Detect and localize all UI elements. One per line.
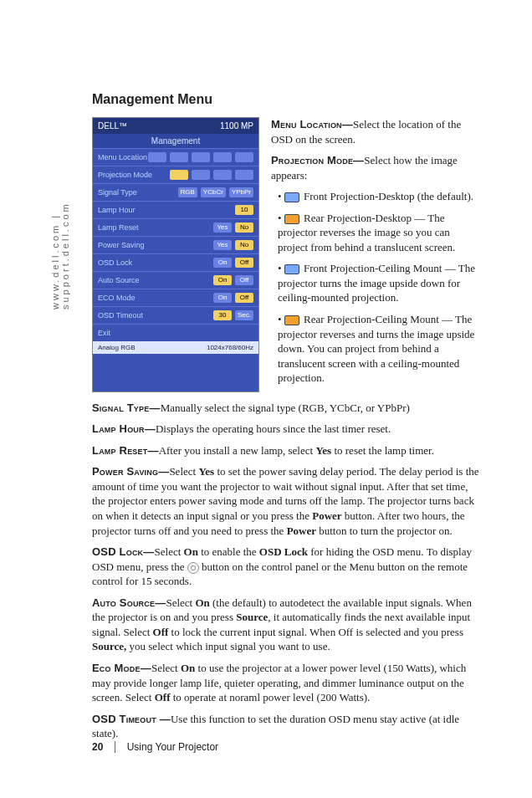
page-footer: 20 Using Your Projector [92,741,218,753]
term-power-saving: Power Saving— [92,465,169,478]
page-number: 20 [92,741,115,753]
text: Select [166,596,195,609]
osd-row-label: Menu Location [98,153,147,161]
footer-text: Using Your Projector [127,741,218,753]
osd-chip [148,152,166,162]
osd-row-label: Exit [98,329,110,337]
bold-off: Off [153,626,169,638]
bold-on: On [181,662,195,674]
term-lamp-hour: Lamp Hour— [92,422,156,435]
osd-row: OSD LockOnOff [93,253,258,271]
term-menu-location: Menu Location— [271,118,353,130]
osd-chip: Off [235,293,253,303]
osd-row: Power SavingYesNo [93,236,258,253]
osd-row-label: Auto Source [98,276,140,284]
osd-row-label: Lamp Reset [98,223,139,232]
osd-chip: 30 [213,310,232,320]
osd-row-values: OnOff [213,293,253,303]
proj-front-ceiling-icon [284,264,299,274]
osd-chip: RGB [178,187,197,197]
term-lamp-reset: Lamp Reset— [92,444,159,457]
osd-chip: 10 [235,205,253,215]
osd-row-values: RGBYCbCrYPbPr [178,187,253,197]
bold-source: Source [236,611,268,623]
text: Rear Projection-Ceiling Mount — The proj… [278,313,474,384]
text: button to turn the projector on. [316,524,453,537]
section-heading: Management Menu [92,92,482,107]
text: Displays the operating hours since the l… [156,422,391,435]
osd-row: Lamp ResetYesNo [93,218,258,236]
osd-chip: Off [235,275,253,285]
bold-power: Power [287,524,316,537]
osd-model: 1100 MP [220,121,253,130]
bold-yes: Yes [315,444,331,457]
osd-row-values [170,170,253,180]
osd-chip: YPbPr [229,187,253,197]
osd-row: Projection Mode [93,166,258,183]
osd-chip [213,170,232,180]
osd-row: OSD Timeout30Sec. [93,306,258,324]
term-auto-source: Auto Source— [92,596,166,609]
osd-row-label: OSD Timeout [98,311,143,320]
text: you select which input signal you want t… [126,640,330,652]
bold-on: On [195,596,209,609]
text: Select [169,465,198,478]
term-eco-mode: Eco Mode— [92,662,151,674]
osd-row-label: Power Saving [98,241,145,249]
text: Rear Projection-Desktop — The projector … [278,212,455,253]
text: Select [155,545,184,558]
osd-chip: Yes [213,223,232,233]
osd-screenshot: DELL™ 1100 MP Management Menu LocationPr… [92,117,259,392]
osd-brand: DELL™ [98,121,127,130]
bold-on: On [184,545,198,558]
osd-row-label: Signal Type [98,188,137,197]
text: to reset the lamp timer. [331,444,434,457]
osd-row-label: Projection Mode [98,171,152,179]
osd-chip: Sec. [235,310,253,320]
osd-row: Lamp Hour10 [93,201,258,218]
osd-chip: No [235,223,253,233]
osd-row-values [148,152,253,162]
proj-rear-desktop-icon [284,214,299,224]
osd-row: Auto SourceOnOff [93,271,258,289]
osd-footer-right: 1024x768/60Hz [207,344,253,351]
term-projection-mode: Projection Mode— [271,154,364,166]
bold-off: Off [155,691,171,703]
text: to operate at noraml power level (200 Wa… [171,691,371,703]
osd-chip [235,170,253,180]
term-signal-type: Signal Type— [92,402,161,414]
osd-row-label: OSD Lock [98,258,132,267]
text: Front Projection-Ceiling Mount — The pro… [278,262,475,304]
osd-row-label: ECO Mode [98,294,136,302]
osd-chip [170,152,188,162]
proj-rear-ceiling-icon [284,315,299,325]
bold-power: Power [312,509,341,522]
osd-chip [170,170,188,180]
osd-row-values: 30Sec. [213,310,253,320]
osd-row-values: YesNo [213,223,253,233]
bold-osd-lock: OSD Lock [259,545,308,558]
text: After you install a new lamp, select [159,444,316,457]
osd-row: Signal TypeRGBYCbCrYPbPr [93,183,258,201]
osd-row-values: YesNo [213,240,253,250]
osd-chip: Off [235,258,253,268]
text: to lock the current input signal. When O… [168,626,463,638]
term-osd-lock: OSD Lock— [92,545,155,558]
osd-row-label: Lamp Hour [98,206,136,214]
osd-row: Menu Location [93,148,258,166]
osd-row: ECO ModeOnOff [93,289,258,306]
osd-footer-left: Analog RGB [98,344,135,351]
text: Front Projection-Desktop (the default). [301,190,473,202]
osd-row: Exit [93,324,258,341]
bold-source: Source, [92,640,126,652]
osd-chip: On [213,293,232,303]
osd-chip: YCbCr [201,187,226,197]
proj-front-desktop-icon [284,192,299,202]
text: Select [151,662,181,674]
osd-chip [192,152,210,162]
osd-row-values: OnOff [213,258,253,268]
osd-row-values: OnOff [213,275,253,285]
menu-button-icon [187,562,199,574]
osd-chip: On [213,275,232,285]
text: to enable the [198,545,259,558]
